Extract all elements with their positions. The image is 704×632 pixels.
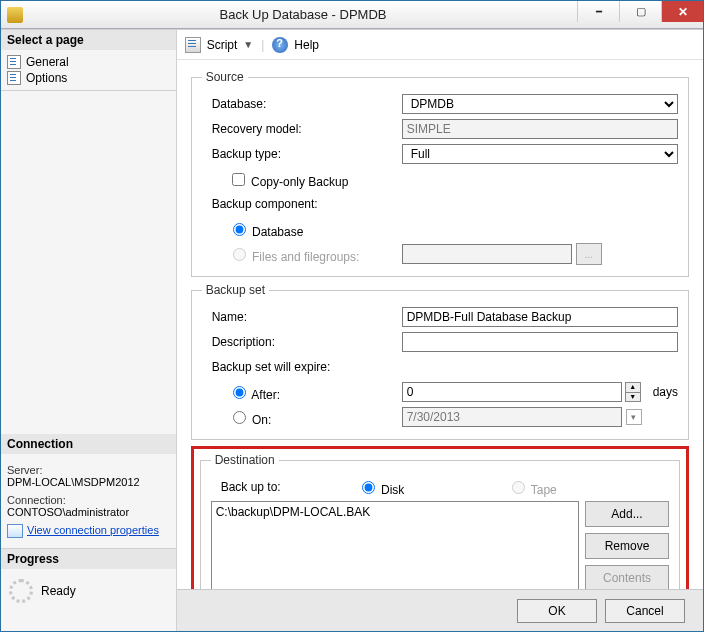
recovery-model-label: Recovery model: (202, 122, 402, 136)
component-files-radio: Files and filegroups: (228, 250, 360, 264)
backup-component-label: Backup component: (202, 197, 402, 211)
expire-after-unit: days (653, 385, 678, 399)
remove-button[interactable]: Remove (585, 533, 669, 559)
bs-expire-label: Backup set will expire: (202, 360, 402, 374)
backup-database-dialog: Back Up Database - DPMDB Select a page G… (0, 0, 704, 632)
filegroups-field (402, 244, 572, 264)
dest-tape-radio: Tape (507, 478, 557, 497)
dest-disk-radio[interactable]: Disk (357, 478, 507, 497)
minimize-button[interactable] (577, 1, 619, 22)
dialog-button-bar: OK Cancel (177, 589, 703, 631)
page-icon (7, 55, 21, 69)
connection-label: Connection: (7, 494, 170, 506)
page-general[interactable]: General (7, 54, 170, 70)
recovery-model-field (402, 119, 678, 139)
expire-after-stepper[interactable]: ▲▼ (625, 382, 641, 402)
server-value: DPM-LOCAL\MSDPM2012 (7, 476, 170, 488)
destination-group: Destination Back up to: Disk Tape C:\bac… (200, 453, 680, 589)
server-label: Server: (7, 464, 170, 476)
destination-list-item[interactable]: C:\backup\DPM-LOCAL.BAK (216, 505, 574, 519)
connection-header: Connection (1, 434, 176, 454)
maximize-button[interactable] (619, 1, 661, 22)
progress-header: Progress (1, 549, 176, 569)
contents-button: Contents (585, 565, 669, 589)
bs-desc-label: Description: (202, 335, 402, 349)
script-dropdown-icon[interactable]: ▼ (243, 39, 253, 50)
connection-value: CONTOSO\administrator (7, 506, 170, 518)
backup-type-select[interactable]: Full (402, 144, 678, 164)
calendar-dropdown-icon: ▾ (626, 409, 642, 425)
expire-on-date (402, 407, 622, 427)
window-title: Back Up Database - DPMDB (29, 7, 577, 22)
bs-name-field[interactable] (402, 307, 678, 327)
bs-name-label: Name: (202, 310, 402, 324)
script-button[interactable]: Script (207, 38, 238, 52)
filegroups-browse-button: ... (576, 243, 602, 265)
help-button[interactable]: Help (294, 38, 319, 52)
bs-desc-field[interactable] (402, 332, 678, 352)
backup-type-label: Backup type: (202, 147, 402, 161)
expire-after-value[interactable] (402, 382, 622, 402)
copy-only-checkbox[interactable]: Copy-only Backup (228, 175, 349, 189)
page-icon (7, 71, 21, 85)
ok-button[interactable]: OK (517, 599, 597, 623)
cancel-button[interactable]: Cancel (605, 599, 685, 623)
backup-to-label: Back up to: (211, 480, 357, 494)
page-options[interactable]: Options (7, 70, 170, 86)
progress-spinner-icon (9, 579, 33, 603)
titlebar[interactable]: Back Up Database - DPMDB (1, 1, 703, 29)
close-button[interactable] (661, 1, 703, 22)
right-pane: Script ▼ | Help Source Database: DPMDB R… (177, 30, 703, 631)
view-connection-properties-link[interactable]: View connection properties (27, 524, 159, 536)
expire-after-radio[interactable]: After: (228, 388, 280, 402)
destination-list[interactable]: C:\backup\DPM-LOCAL.BAK (211, 501, 579, 589)
select-page-header: Select a page (1, 30, 176, 50)
backup-set-group: Backup set Name: Description: Backup set… (191, 283, 689, 440)
connection-icon (7, 524, 23, 538)
toolbar: Script ▼ | Help (177, 30, 703, 60)
script-icon (185, 37, 201, 53)
component-database-radio[interactable]: Database (228, 225, 304, 239)
add-button[interactable]: Add... (585, 501, 669, 527)
database-select[interactable]: DPMDB (402, 94, 678, 114)
help-icon (272, 37, 288, 53)
source-group: Source Database: DPMDB Recovery model: B… (191, 70, 689, 277)
app-icon (7, 7, 23, 23)
database-label: Database: (202, 97, 402, 111)
progress-status: Ready (41, 584, 76, 598)
destination-highlight: Destination Back up to: Disk Tape C:\bac… (191, 446, 689, 589)
expire-on-radio[interactable]: On: (228, 413, 272, 427)
left-pane: Select a page General Options Connection (1, 30, 177, 631)
